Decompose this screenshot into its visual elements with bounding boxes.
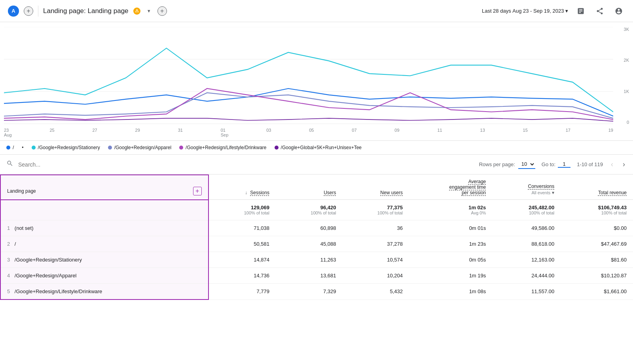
- search-icon: [6, 160, 13, 169]
- line-chart: [4, 27, 613, 125]
- totals-conversions: 245,482.00 100% of total: [492, 200, 561, 220]
- table-row: 1 (not set) 71,038 60,898 36 0m 01s 49,5…: [0, 220, 633, 236]
- cell-avg-engagement: 1m 23s: [409, 236, 492, 252]
- cell-sessions: 14,736: [208, 268, 276, 284]
- title-dropdown-button[interactable]: ▾: [145, 6, 153, 15]
- cell-sessions: 71,038: [208, 220, 276, 236]
- totals-users: 96,420 100% of total: [276, 200, 343, 220]
- sort-arrow-sessions: ↓: [245, 190, 247, 195]
- cell-conversions: 12,163.00: [492, 252, 561, 268]
- cell-landing-page: 2 /: [0, 236, 208, 252]
- cell-conversions: 24,444.00: [492, 268, 561, 284]
- cell-sessions: 50,581: [208, 236, 276, 252]
- data-table: Landing page + ↓ Sessions Users New user…: [0, 174, 633, 300]
- table-toolbar: Rows per page: 10 25 50 Go to: 1-10 of 1…: [0, 155, 633, 174]
- col-header-avg-engagement[interactable]: Averageengagement timeper session: [409, 175, 492, 200]
- col-header-sessions[interactable]: ↓ Sessions: [208, 175, 276, 200]
- totals-sessions: 129,069 100% of total: [208, 200, 276, 220]
- col-header-conversions[interactable]: Conversions All events ▾: [492, 175, 561, 200]
- totals-label: [0, 200, 208, 220]
- legend-dot-drinkware: [179, 146, 183, 150]
- add-tab-button[interactable]: +: [24, 6, 33, 16]
- cell-users: 11,263: [276, 252, 343, 268]
- legend-item-apparel[interactable]: /Google+Redesign/Apparel: [108, 145, 171, 150]
- cell-users: 45,088: [276, 236, 343, 252]
- page-info: 1-10 of 119: [577, 161, 603, 167]
- table-row: 4 /Google+Redesign/Apparel 14,736 13,681…: [0, 268, 633, 284]
- goto-control: Go to:: [542, 161, 570, 168]
- y-axis-labels: 3K 2K 1K 0: [624, 27, 629, 125]
- totals-avg-engagement: 1m 02s Avg 0%: [409, 200, 492, 220]
- cell-landing-page: 1 (not set): [0, 220, 208, 236]
- col-header-landing-page[interactable]: Landing page +: [0, 175, 208, 200]
- user-avatar[interactable]: A: [8, 6, 19, 17]
- col-header-new-users[interactable]: New users: [342, 175, 409, 200]
- cell-new-users: 36: [342, 220, 409, 236]
- report-icon-button[interactable]: [574, 5, 587, 17]
- goto-input[interactable]: [558, 161, 570, 168]
- table-section: Rows per page: 10 25 50 Go to: 1-10 of 1…: [0, 155, 633, 300]
- legend-item-drinkware[interactable]: /Google+Redesign/Lifestyle/Drinkware: [179, 145, 266, 150]
- totals-row: 129,069 100% of total 96,420 100% of tot…: [0, 200, 633, 220]
- cell-new-users: 10,204: [342, 268, 409, 284]
- search-input[interactable]: [18, 161, 474, 168]
- cell-new-users: 5,432: [342, 284, 409, 300]
- share-icon-button[interactable]: [593, 5, 606, 17]
- next-page-button[interactable]: ›: [621, 159, 627, 170]
- cell-landing-page: 5 /Google+Redesign/Lifestyle/Drinkware: [0, 284, 208, 300]
- cell-sessions: 7,779: [208, 284, 276, 300]
- table-row: 5 /Google+Redesign/Lifestyle/Drinkware 7…: [0, 284, 633, 300]
- warning-badge[interactable]: ⚠: [133, 8, 140, 15]
- account-icon-button[interactable]: [612, 5, 625, 17]
- table-row: 2 / 50,581 45,088 37,278 1m 23s 88,618.0…: [0, 236, 633, 252]
- add-view-button[interactable]: +: [157, 6, 167, 16]
- cell-revenue: $81.60: [561, 252, 633, 268]
- cell-new-users: 37,278: [342, 236, 409, 252]
- col-header-users[interactable]: Users: [276, 175, 343, 200]
- cell-revenue: $47,467.69: [561, 236, 633, 252]
- cell-revenue: $0.00: [561, 220, 633, 236]
- cell-conversions: 88,618.00: [492, 236, 561, 252]
- prev-page-button[interactable]: ‹: [609, 159, 615, 170]
- cell-conversions: 49,586.00: [492, 220, 561, 236]
- totals-revenue: $106,749.43 100% of total: [561, 200, 633, 220]
- legend-dot-stationery: [32, 146, 36, 150]
- legend-dot-slash: [6, 146, 10, 150]
- cell-revenue: $10,120.87: [561, 268, 633, 284]
- cell-avg-engagement: 1m 08s: [409, 284, 492, 300]
- cell-sessions: 14,874: [208, 252, 276, 268]
- pagination-controls: Rows per page: 10 25 50 Go to: 1-10 of 1…: [479, 159, 627, 170]
- totals-new-users: 77,375 100% of total: [342, 200, 409, 220]
- col-header-total-revenue[interactable]: Total revenue: [561, 175, 633, 200]
- x-axis-labels: 23Aug 25 27 29 31 01Sep 03 05 07 09 11 1…: [4, 128, 613, 137]
- date-range: Last 28 days Aug 23 - Sep 19, 2023 ▾: [482, 8, 568, 14]
- table-row: 3 /Google+Redesign/Stationery 14,874 11,…: [0, 252, 633, 268]
- cell-users: 7,329: [276, 284, 343, 300]
- rows-per-page-control: Rows per page: 10 25 50: [479, 160, 535, 169]
- legend-dot-tee: [275, 146, 279, 150]
- cell-landing-page: 4 /Google+Redesign/Apparel: [0, 268, 208, 284]
- legend-item-slash[interactable]: /: [6, 145, 14, 150]
- page-title: Landing page: Landing page: [43, 7, 129, 15]
- cell-new-users: 10,574: [342, 252, 409, 268]
- legend-dot-apparel: [108, 146, 112, 150]
- cell-avg-engagement: 0m 01s: [409, 220, 492, 236]
- cell-users: 13,681: [276, 268, 343, 284]
- cell-landing-page: 3 /Google+Redesign/Stationery: [0, 252, 208, 268]
- cell-users: 60,898: [276, 220, 343, 236]
- header: A + Landing page: Landing page ⚠ ▾ + Las…: [0, 0, 633, 22]
- rows-per-page-select[interactable]: 10 25 50: [518, 160, 535, 169]
- header-right: Last 28 days Aug 23 - Sep 19, 2023 ▾: [482, 5, 625, 17]
- cell-revenue: $1,661.00: [561, 284, 633, 300]
- legend-item-tee[interactable]: /Google+Global+5K+Run+Unisex+Tee: [275, 145, 362, 150]
- chart-container: 3K 2K 1K 0 23Aug 25 27 29 31 01Sep 03 05…: [0, 22, 633, 141]
- legend-item-stationery[interactable]: /Google+Redesign/Stationery: [32, 145, 100, 150]
- cell-avg-engagement: 0m 05s: [409, 252, 492, 268]
- chart-legend: / • /Google+Redesign/Stationery /Google+…: [0, 141, 633, 155]
- add-dimension-button[interactable]: +: [193, 187, 202, 195]
- cell-conversions: 11,557.00: [492, 284, 561, 300]
- cell-avg-engagement: 1m 19s: [409, 268, 492, 284]
- header-divider: [38, 6, 38, 17]
